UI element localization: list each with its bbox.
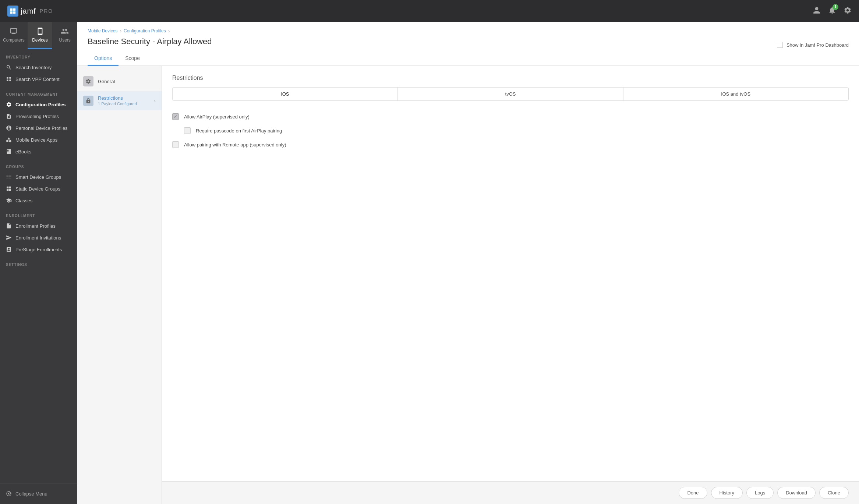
svg-rect-4 <box>7 77 8 79</box>
sidebar-item-static-groups-label: Static Device Groups <box>15 186 60 192</box>
main-layout: Computers Devices Users INVENTORY Search… <box>0 22 859 504</box>
svg-rect-5 <box>9 77 11 79</box>
svg-rect-9 <box>6 140 8 142</box>
logs-button[interactable]: Logs <box>746 487 774 499</box>
sidebar-item-classes[interactable]: Classes <box>0 195 77 206</box>
collapse-menu-label: Collapse Menu <box>15 491 47 497</box>
sidebar-tab-devices[interactable]: Devices <box>28 22 53 49</box>
tab-scope[interactable]: Scope <box>119 52 146 66</box>
sidebar-item-static-groups[interactable]: Static Device Groups <box>0 183 77 195</box>
content-body: General Restrictions 1 Payload Configure… <box>77 66 859 504</box>
breadcrumb-mobile-devices[interactable]: Mobile Devices <box>88 28 117 33</box>
top-nav: jamf PRO 1 <box>0 0 859 22</box>
dashboard-label: Show in Jamf Pro Dashboard <box>786 42 849 48</box>
restrictions-icon <box>83 96 93 106</box>
general-title: General <box>98 79 156 84</box>
svg-rect-10 <box>7 187 8 188</box>
checkbox-row-allow-airplay: Allow AirPlay (supervised only) <box>172 110 849 124</box>
sidebar-item-enrollment-profiles[interactable]: Enrollment Profiles <box>0 220 77 232</box>
svg-rect-3 <box>13 11 15 14</box>
settings-icon[interactable] <box>844 6 852 16</box>
sidebar-item-enrollment-profiles-label: Enrollment Profiles <box>15 223 56 229</box>
svg-rect-6 <box>7 79 8 81</box>
svg-rect-7 <box>9 79 11 81</box>
os-tab-ios[interactable]: iOS <box>173 88 398 100</box>
os-tabs: iOS tvOS iOS and tvOS <box>172 87 849 101</box>
collapse-menu-item[interactable]: Collapse Menu <box>0 488 77 500</box>
tab-options[interactable]: Options <box>88 52 119 66</box>
enrollment-section-label: ENROLLMENT <box>0 214 77 220</box>
checkbox-row-require-passcode: Require passcode on first AirPlay pairin… <box>184 124 849 138</box>
os-tab-tvos[interactable]: tvOS <box>398 88 623 100</box>
content-area: Mobile Devices › Configuration Profiles … <box>77 22 859 504</box>
history-button[interactable]: History <box>711 487 743 499</box>
sidebar-item-prestage-label: PreStage Enrollments <box>15 247 62 252</box>
sidebar-tab-computers[interactable]: Computers <box>0 22 28 49</box>
sidebar-item-ebooks[interactable]: eBooks <box>0 146 77 157</box>
bottom-bar: Done History Logs Download Clone <box>162 481 859 504</box>
require-passcode-checkbox[interactable] <box>184 127 191 134</box>
allow-remote-checkbox[interactable] <box>172 141 179 148</box>
sidebar-item-provisioning-label: Provisioning Profiles <box>15 114 59 119</box>
groups-section-label: GROUPS <box>0 165 77 171</box>
sidebar-tab-devices-label: Devices <box>32 38 48 43</box>
sidebar-item-personal-profiles[interactable]: Personal Device Profiles <box>0 122 77 134</box>
clone-button[interactable]: Clone <box>819 487 849 499</box>
sidebar-item-enrollment-invitations[interactable]: Enrollment Invitations <box>0 232 77 244</box>
svg-rect-2 <box>10 11 13 14</box>
sidebar-tab-users-label: Users <box>59 38 71 43</box>
general-icon <box>83 76 93 86</box>
content-header: Mobile Devices › Configuration Profiles … <box>77 22 859 66</box>
sidebar-item-search-vpp[interactable]: Search VPP Content <box>0 73 77 85</box>
os-tab-ios-tvos[interactable]: iOS and tvOS <box>623 88 848 100</box>
svg-rect-13 <box>9 189 11 191</box>
jamf-pro-label: PRO <box>40 8 53 14</box>
allow-airplay-checkbox[interactable] <box>172 113 179 120</box>
notifications-icon[interactable]: 1 <box>828 6 836 16</box>
sidebar-tab-users[interactable]: Users <box>52 22 77 49</box>
settings-section-label: SETTINGS <box>0 263 77 269</box>
notification-badge: 1 <box>833 4 838 10</box>
sidebar-item-classes-label: Classes <box>15 198 32 203</box>
svg-rect-12 <box>7 189 8 191</box>
checkbox-row-allow-remote: Allow pairing with Remote app (supervise… <box>172 138 849 152</box>
dashboard-checkbox[interactable] <box>777 42 783 48</box>
restrictions-sub: 1 Payload Configured <box>98 102 149 106</box>
sidebar-item-ebooks-label: eBooks <box>15 149 31 155</box>
sidebar-item-configuration-profiles[interactable]: Configuration Profiles <box>0 99 77 110</box>
sidebar-item-mobile-apps[interactable]: Mobile Device Apps <box>0 134 77 146</box>
require-passcode-label: Require passcode on first AirPlay pairin… <box>196 128 282 134</box>
user-icon[interactable] <box>813 6 821 16</box>
sidebar-item-enrollment-invitations-label: Enrollment Invitations <box>15 235 61 241</box>
allow-remote-label: Allow pairing with Remote app (supervise… <box>184 142 286 148</box>
sidebar-item-prestage[interactable]: PreStage Enrollments <box>0 244 77 255</box>
sidebar-item-search-inventory[interactable]: Search Inventory <box>0 61 77 73</box>
inventory-section-label: INVENTORY <box>0 55 77 61</box>
panel-item-restrictions[interactable]: Restrictions 1 Payload Configured › <box>77 91 162 110</box>
svg-rect-0 <box>10 8 13 11</box>
sidebar-tab-computers-label: Computers <box>3 38 25 43</box>
right-panel: Restrictions iOS tvOS iOS and tvOS Allow… <box>162 66 859 504</box>
sidebar-section-groups: GROUPS Smart Device Groups Static Device… <box>0 159 77 208</box>
breadcrumb: Mobile Devices › Configuration Profiles … <box>88 28 849 34</box>
breadcrumb-sep-1: › <box>120 28 121 34</box>
sidebar-top-tabs: Computers Devices Users <box>0 22 77 49</box>
dashboard-toggle: Show in Jamf Pro Dashboard <box>777 42 849 52</box>
download-button[interactable]: Download <box>777 487 816 499</box>
page-title: Baseline Security - Airplay Allowed <box>88 37 212 46</box>
sidebar-item-provisioning-profiles[interactable]: Provisioning Profiles <box>0 110 77 122</box>
jamf-icon <box>7 6 18 17</box>
breadcrumb-sep-2: › <box>168 28 170 34</box>
svg-point-8 <box>9 140 11 142</box>
allow-airplay-label: Allow AirPlay (supervised only) <box>184 114 250 120</box>
sidebar-item-config-profiles-label: Configuration Profiles <box>15 102 66 107</box>
sidebar-bottom: Collapse Menu <box>0 483 77 504</box>
right-panel-content: Restrictions iOS tvOS iOS and tvOS Allow… <box>162 66 859 481</box>
panel-item-general[interactable]: General <box>77 72 162 91</box>
sidebar-item-smart-groups[interactable]: Smart Device Groups <box>0 171 77 183</box>
jamf-logo: jamf PRO <box>7 6 53 17</box>
content-management-label: CONTENT MANAGEMENT <box>0 92 77 99</box>
breadcrumb-config-profiles[interactable]: Configuration Profiles <box>124 28 166 33</box>
done-button[interactable]: Done <box>679 487 707 499</box>
sidebar-section-content-management: CONTENT MANAGEMENT Configuration Profile… <box>0 86 77 159</box>
